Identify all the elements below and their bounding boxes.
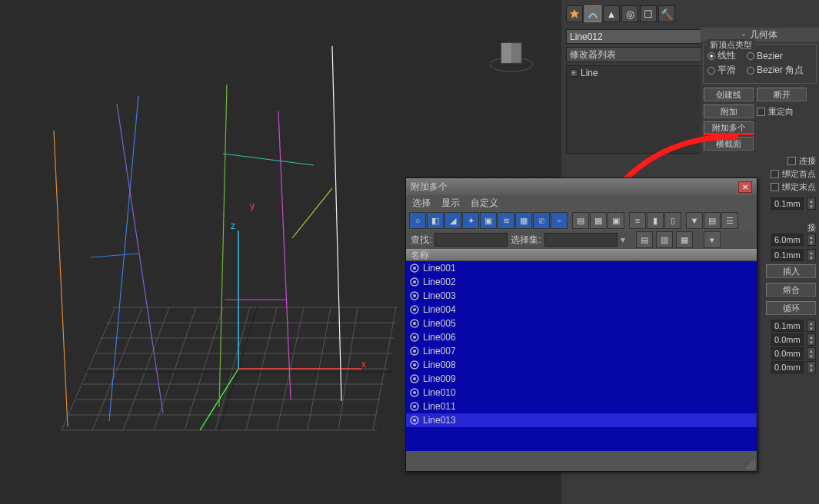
attach-multi-button[interactable]: 附加多个 [704,121,754,135]
cycle-button[interactable]: 循环 [766,301,816,315]
weld-button[interactable]: 熔合 [766,283,816,297]
attach-button[interactable]: 附加 [704,104,754,118]
spinner-arrows[interactable]: ▲▼ [807,249,816,261]
filter-geom-icon[interactable]: ◧ [427,212,444,229]
item-label: Line008 [423,360,456,370]
sel-tool-d-icon[interactable]: ▾ [704,231,721,248]
spinner[interactable]: 0.0mm [771,361,804,373]
svg-point-58 [413,377,416,380]
list-item[interactable]: Line002 [406,275,757,289]
svg-line-35 [332,46,341,401]
resize-grip-icon[interactable] [746,460,755,469]
svg-point-56 [413,363,416,366]
filter-bone-icon[interactable]: ⎚ [533,212,550,229]
list-item[interactable]: Line001 [406,261,757,275]
break-button[interactable]: 断开 [757,88,807,101]
object-list[interactable]: Line001Line002Line003Line004Line005Line0… [406,261,757,451]
list-item[interactable]: Line008 [406,358,757,372]
spinner[interactable]: 0.1mm [771,249,804,261]
list-item[interactable]: Line011 [406,400,757,413]
tb-e-icon[interactable]: ▮ [647,212,664,229]
spinner[interactable]: 0.1mm [771,197,804,210]
svg-line-33 [278,111,291,400]
spinner-arrows[interactable]: ▲▼ [807,347,816,360]
dialog-toolbar: ○ ◧ ◢ ✦ ▣ ≋ ▦ ⎚ ▫ ▤ ▦ ▣ ≡ ▮ ▯ ▼ ▤ ☰ [406,211,757,230]
spinner[interactable]: 0.0mm [771,347,804,360]
connect-checkbox[interactable] [787,157,796,165]
list-header[interactable]: 名称 [406,249,757,261]
spinner-arrows[interactable]: ▲▼ [807,333,816,346]
filter-light-icon[interactable]: ✦ [462,212,479,229]
radio-linear[interactable] [707,52,715,60]
selset-label: 选择集: [511,234,541,247]
tb-i-icon[interactable]: ☰ [721,212,738,229]
tb-f-icon[interactable]: ▯ [664,212,681,229]
motion-tab-icon[interactable]: ◎ [621,5,638,22]
list-item[interactable]: Line003 [406,289,757,303]
filter-shape-icon[interactable]: ◢ [444,212,461,229]
cross-section-button[interactable]: 横截面 [704,137,754,151]
spinner-arrows[interactable]: ▲▼ [807,320,816,332]
svg-text:y: y [250,201,255,211]
shape-icon [409,401,420,412]
filter-helper-icon[interactable]: ≋ [498,212,514,229]
shape-icon [409,304,420,315]
svg-text:x: x [361,359,366,370]
utilities-tab-icon[interactable]: 🔨 [658,5,675,22]
bindfirst-checkbox[interactable] [771,170,779,178]
chevron-down-icon[interactable]: ▾ [621,234,625,245]
tb-a-icon[interactable]: ▤ [572,212,589,229]
menu-custom[interactable]: 自定义 [471,197,498,210]
tb-h-icon[interactable]: ▤ [704,212,721,229]
svg-line-36 [223,154,314,165]
expand-icon[interactable]: + [570,69,578,77]
sel-tool-a-icon[interactable]: ▤ [636,231,653,248]
search-input[interactable] [434,233,508,247]
list-item[interactable]: Line009 [406,372,757,386]
radio-bezier-corner[interactable] [747,67,754,75]
tb-b-icon[interactable]: ▦ [590,212,607,229]
sel-tool-c-icon[interactable]: ▦ [676,231,693,248]
list-item[interactable]: Line004 [406,303,757,317]
list-item[interactable]: Line005 [406,317,757,330]
svg-point-44 [413,280,416,284]
radio-bezier[interactable] [747,52,754,60]
spinner[interactable]: 0.0mm [771,333,804,346]
sel-tool-b-icon[interactable]: ▥ [656,231,673,248]
display-tab-icon[interactable]: ☐ [640,5,657,22]
modify-tab-icon[interactable] [584,5,601,22]
reorient-checkbox[interactable] [757,108,765,116]
list-item[interactable]: Line013 [406,413,757,427]
menu-select[interactable]: 选择 [412,197,431,210]
spinner[interactable]: 0.1mm [771,320,804,332]
bindlast-checkbox[interactable] [771,183,779,191]
dialog-titlebar[interactable]: 附加多个 ✕ [406,178,757,195]
menu-display[interactable]: 显示 [441,197,460,210]
close-icon[interactable]: ✕ [738,181,752,193]
list-item[interactable]: Line007 [406,344,757,358]
filter-container-icon[interactable]: ▫ [551,212,568,229]
insert-button[interactable]: 插入 [766,264,816,278]
list-item[interactable]: Line010 [406,386,757,400]
filter-all-icon[interactable]: ○ [409,212,426,229]
filter-space-icon[interactable]: ▦ [515,212,532,229]
svg-line-37 [292,188,332,238]
tb-g-icon[interactable]: ▼ [686,212,703,229]
tb-d-icon[interactable]: ≡ [629,212,646,229]
spinner-arrows[interactable]: ▲▼ [807,361,816,373]
svg-rect-40 [501,43,511,63]
spinner-arrows[interactable]: ▲▼ [807,234,816,246]
item-label: Line001 [423,263,456,274]
tb-c-icon[interactable]: ▣ [608,212,624,229]
search-label: 查找: [411,234,431,247]
filter-cam-icon[interactable]: ▣ [480,212,497,229]
radio-smooth[interactable] [707,67,715,75]
spinner-arrows[interactable]: ▲▼ [807,197,816,210]
list-item[interactable]: Line006 [406,330,757,344]
selection-set-input[interactable] [544,233,618,247]
spinner[interactable]: 6.0mm [771,234,804,246]
shape-icon [409,318,420,329]
create-line-button[interactable]: 创建线 [704,88,754,101]
create-tab-icon[interactable] [566,5,583,22]
hierarchy-tab-icon[interactable]: ▲ [603,5,620,22]
